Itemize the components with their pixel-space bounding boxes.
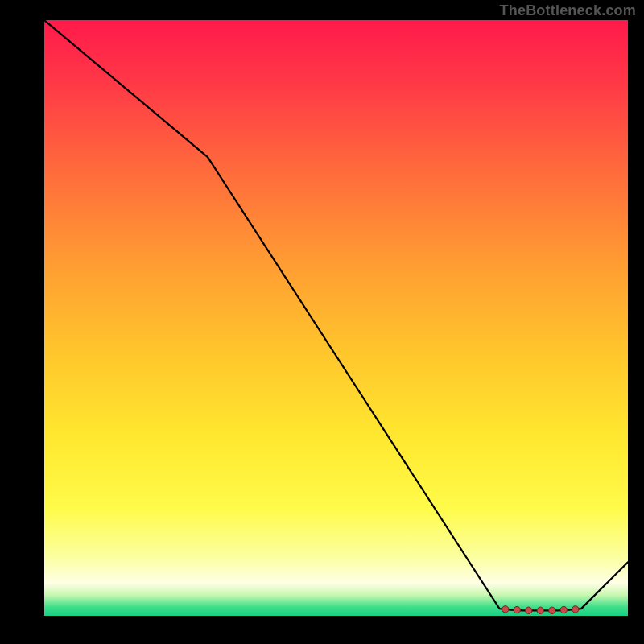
chart-svg: [44, 20, 628, 616]
data-marker: [560, 606, 567, 613]
data-marker: [549, 607, 555, 613]
plot-area: [44, 20, 628, 616]
data-marker: [526, 607, 532, 613]
chart-frame: TheBottleneck.com: [0, 0, 644, 644]
watermark-text: TheBottleneck.com: [500, 2, 636, 19]
data-marker: [537, 607, 543, 613]
data-marker: [514, 606, 520, 613]
gradient-background: [44, 20, 628, 616]
data-marker: [502, 606, 509, 613]
data-marker: [572, 606, 579, 613]
